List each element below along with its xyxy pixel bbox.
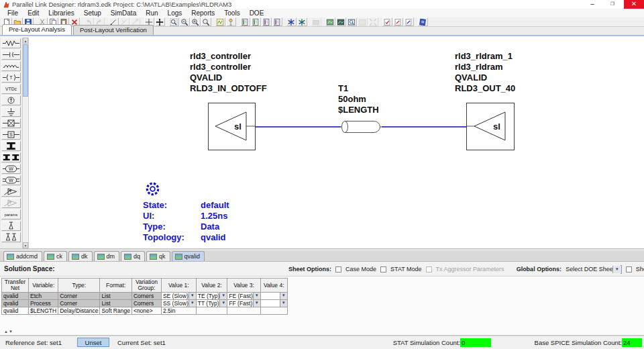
minimize-button[interactable]: – [582,0,602,9]
cell-type[interactable]: Corner [58,293,100,300]
cell-variable[interactable]: $LENGTH [29,307,58,315]
doe-sheet-select[interactable]: ▼ [621,265,622,274]
wire-driver-to-tline[interactable] [256,126,341,128]
view-gray-icon[interactable] [358,17,368,26]
view-dark-icon[interactable] [336,17,346,26]
cell-type[interactable]: Delay/Distance [58,307,100,315]
menu-tools[interactable]: Tools [219,9,244,17]
cell-value-dropdown[interactable]: TE (Typ)▼ [196,293,227,300]
cell-variable[interactable]: Etch [29,293,58,300]
menu-reports[interactable]: Reports [186,9,219,17]
chevron-down-icon[interactable]: ▼ [253,293,260,299]
sheet-tab-qvalid[interactable]: qvalid [172,251,205,261]
cell-value-dropdown[interactable]: ▼ [260,293,287,300]
cell-format[interactable]: List [100,293,132,300]
close-button[interactable]: ✕ [624,0,644,9]
menu-libraries[interactable]: Libraries [44,9,78,17]
report-purple-icon[interactable] [262,17,272,26]
coupled-w-element-icon[interactable]: W [1,175,21,185]
stop-icon[interactable] [311,17,321,26]
chevron-down-icon[interactable]: ▼ [219,293,227,299]
sheet-tab-dm[interactable]: dm [94,251,120,261]
chevron-down-icon[interactable]: ▼ [612,266,621,273]
cell-group[interactable]: Corners [131,293,161,300]
run-doe-icon[interactable] [297,17,307,26]
resistor-icon[interactable] [1,38,21,48]
show-on-board-checkbox[interactable] [626,266,632,272]
chevron-down-icon[interactable]: ▼ [189,293,196,299]
io-buffer-icon[interactable] [1,187,21,197]
menu-doe[interactable]: DOE [245,9,269,17]
tab-post-layout-verification[interactable]: Post-Layout Verification [73,25,154,35]
cell-value[interactable] [227,307,260,315]
case-mode-checkbox[interactable] [335,266,341,272]
zoom-full-icon[interactable] [201,17,211,26]
sheet-tab-dk[interactable]: dk [68,251,93,261]
differential-probe-icon[interactable] [1,232,21,242]
edit-check-icon[interactable] [382,17,392,26]
cell-value-dropdown[interactable]: FE (Fast)▼ [227,293,260,300]
w-element-icon[interactable]: W [1,164,21,174]
cell-format[interactable]: List [100,300,132,307]
report-green-icon[interactable] [240,17,250,26]
unset-button[interactable]: Unset [77,338,109,347]
scrollbar-thumb[interactable] [23,44,28,97]
menu-edit[interactable]: Edit [23,9,44,17]
cell-group[interactable]: <none> [131,307,161,315]
scroll-up-icon[interactable]: ▲ [23,38,28,44]
menu-run[interactable]: Run [141,9,162,17]
capacitor-icon[interactable] [1,50,21,60]
tab-pre-layout-analysis[interactable]: Pre-Layout Analysis [2,24,72,35]
report-purple2-icon[interactable] [272,17,282,26]
scroll-down-icon[interactable]: ▼ [23,242,28,248]
ground-icon[interactable] [1,107,21,117]
receiver-symbol[interactable]: sl [466,103,515,150]
cell-value-dropdown[interactable]: TT (Typ)▼ [196,300,227,307]
driver-symbol[interactable]: sl [208,103,256,150]
chevron-down-icon[interactable]: ▼ [280,293,287,299]
notes-icon[interactable] [418,17,428,26]
sheet-tab-dq[interactable]: dq [121,251,145,261]
current-probe-icon[interactable] [1,95,21,105]
chevron-down-icon[interactable]: ▼ [189,300,196,307]
panel-splitter-handle[interactable]: ▲▼ [4,330,13,334]
probe-setup-icon[interactable] [226,17,236,26]
run-sweep-icon[interactable] [286,17,297,26]
cell-value-dropdown[interactable]: ▼ [260,300,287,307]
coupled-transmission-line-icon[interactable] [1,152,21,162]
pan-icon[interactable] [155,17,165,26]
report-green2-icon[interactable] [251,17,261,26]
palette-scrollbar[interactable]: ▲ ▼ [22,38,29,248]
chevron-down-icon[interactable]: ▼ [219,300,227,307]
edit-blue-icon[interactable] [404,17,414,26]
vt-dc-source-icon[interactable]: VTDc [1,84,21,94]
t-element-icon[interactable]: T [1,72,21,83]
x-block-icon[interactable] [1,118,21,128]
cell-value[interactable] [196,307,227,315]
cell-value-dropdown[interactable]: SS (Slow)▼ [161,300,196,307]
cell-net[interactable]: qvalid [2,300,29,307]
zoom-in-icon[interactable] [191,17,201,26]
cell-value[interactable]: 2.5in [161,307,196,315]
cell-value[interactable] [260,307,287,315]
cell-net[interactable]: qvalid [2,307,29,315]
transmission-line-icon[interactable] [1,141,21,151]
zoom-out-icon[interactable] [180,17,190,26]
params-icon[interactable]: params [1,209,21,219]
view-blue-icon[interactable] [347,17,357,26]
inductor-icon[interactable] [1,61,21,71]
zoom-window-icon[interactable] [169,17,179,26]
menu-logs[interactable]: Logs [163,9,187,17]
maximize-button[interactable]: ❐ [602,0,623,9]
cell-type[interactable]: Corner [58,300,100,307]
fit-icon[interactable] [368,17,378,26]
sheet-tab-qk[interactable]: qk [146,251,170,261]
s-block-icon[interactable]: S [1,130,21,140]
chevron-down-icon[interactable]: ▼ [253,300,260,307]
cell-variable[interactable]: Process [29,300,58,307]
menu-simdata[interactable]: SimData [106,9,141,17]
sheet-tab-addcmd[interactable]: addcmd [3,251,42,261]
cell-value-dropdown[interactable]: FF (Fast)▼ [227,300,260,307]
schematic-canvas[interactable]: rld3_controller rld3_controller QVALID R… [29,38,644,248]
cell-value-dropdown[interactable]: SE (Slow)▼ [161,293,196,300]
